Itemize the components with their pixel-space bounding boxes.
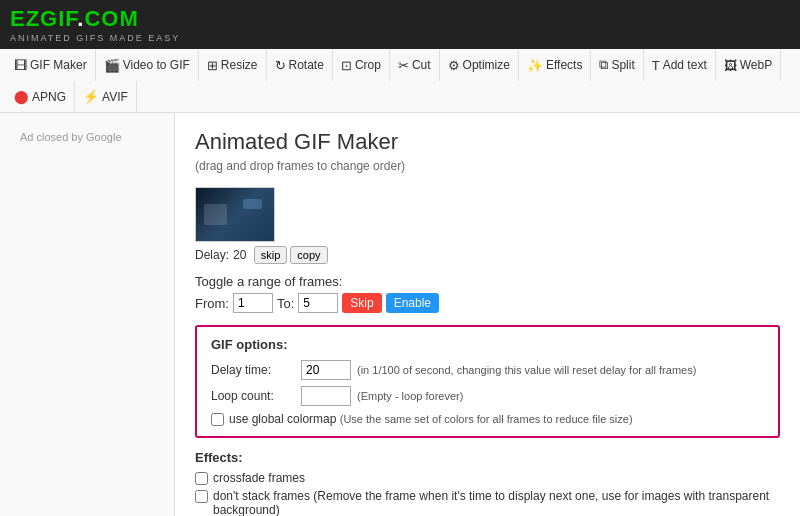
navbar: 🎞 GIF Maker 🎬 Video to GIF ⊞ Resize ↻ Ro… [0,49,800,113]
from-input[interactable] [233,293,273,313]
loop-count-hint: (Empty - loop forever) [357,390,463,402]
header: EZGIF.COM ANIMATED GIFS MADE EASY [0,0,800,49]
avif-icon: ⚡ [83,89,99,104]
frame-block: Delay: 20 skip copy [195,187,780,264]
logo-subtitle: ANIMATED GIFS MADE EASY [10,33,790,43]
colormap-row: use global colormap (Use the same set of… [211,412,764,426]
split-icon: ⧉ [599,57,608,73]
layout: Ad closed by Google Animated GIF Maker (… [0,113,800,516]
main-content: Animated GIF Maker (drag and drop frames… [175,113,800,516]
frame-thumb-inner [196,188,274,241]
delay-value: 20 [233,248,246,262]
delay-time-row: Delay time: (in 1/100 of second, changin… [211,360,764,380]
rotate-icon: ↻ [275,58,286,73]
nav-webp[interactable]: 🖼 WebP [716,50,781,81]
delay-time-hint: (in 1/100 of second, changing this value… [357,364,696,376]
nav-effects[interactable]: ✨ Effects [519,50,591,81]
page-title: Animated GIF Maker [195,129,780,155]
enable-range-button[interactable]: Enable [386,293,439,313]
nav-cut[interactable]: ✂ Cut [390,50,440,81]
add-text-icon: T [652,58,660,73]
gif-options-box: GIF options: Delay time: (in 1/100 of se… [195,325,780,438]
colormap-label: use global colormap [229,412,336,426]
gif-maker-icon: 🎞 [14,58,27,73]
range-row: From: To: Skip Enable [195,293,780,313]
delay-time-input[interactable] [301,360,351,380]
nav-add-text[interactable]: T Add text [644,50,716,81]
effects-icon: ✨ [527,58,543,73]
skip-button[interactable]: skip [254,246,288,264]
nav-optimize[interactable]: ⚙ Optimize [440,50,519,81]
nav-crop[interactable]: ⊡ Crop [333,50,390,81]
sidebar-ad-closed: Ad closed by Google [10,123,164,151]
video-to-gif-icon: 🎬 [104,58,120,73]
delay-row: Delay: 20 skip copy [195,246,331,264]
nav-apng[interactable]: ⬤ APNG [6,81,75,112]
delay-time-label: Delay time: [211,363,301,377]
delay-label: Delay: [195,248,229,262]
loop-count-input[interactable] [301,386,351,406]
effects-section: Effects: crossfade frames don't stack fr… [195,450,780,516]
effects-label: Effects: [195,450,780,465]
nav-split[interactable]: ⧉ Split [591,49,643,81]
colormap-hint: (Use the same set of colors for all fram… [340,413,633,425]
no-stack-checkbox[interactable] [195,490,208,503]
nav-avif[interactable]: ⚡ AVIF [75,81,137,112]
nav-gif-maker[interactable]: 🎞 GIF Maker [6,50,96,81]
frame-thumbnail[interactable] [195,187,275,242]
loop-count-label: Loop count: [211,389,301,403]
colormap-checkbox[interactable] [211,413,224,426]
skip-range-button[interactable]: Skip [342,293,381,313]
to-input[interactable] [298,293,338,313]
crossfade-checkbox[interactable] [195,472,208,485]
loop-count-row: Loop count: (Empty - loop forever) [211,386,764,406]
optimize-icon: ⚙ [448,58,460,73]
nav-resize[interactable]: ⊞ Resize [199,50,267,81]
toggle-label: Toggle a range of frames: [195,274,342,289]
crop-icon: ⊡ [341,58,352,73]
from-label: From: [195,296,229,311]
sidebar: Ad closed by Google [0,113,175,516]
to-label: To: [277,296,294,311]
copy-button[interactable]: copy [290,246,327,264]
apng-icon: ⬤ [14,89,29,104]
nav-video-to-gif[interactable]: 🎬 Video to GIF [96,50,199,81]
drag-hint: (drag and drop frames to change order) [195,159,780,173]
cut-icon: ✂ [398,58,409,73]
logo[interactable]: EZGIF.COM [10,6,790,32]
webp-icon: 🖼 [724,58,737,73]
toggle-section: Toggle a range of frames: From: To: Skip… [195,274,780,313]
crossfade-label: crossfade frames [213,471,305,485]
nav-rotate[interactable]: ↻ Rotate [267,50,333,81]
resize-icon: ⊞ [207,58,218,73]
no-stack-row: don't stack frames (Remove the frame whe… [195,489,780,516]
gif-options-label: GIF options: [211,337,764,352]
crossfade-row: crossfade frames [195,471,780,485]
no-stack-label: don't stack frames (Remove the frame whe… [213,489,780,516]
